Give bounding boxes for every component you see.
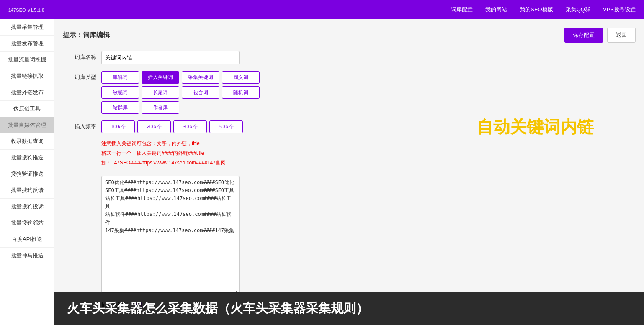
- freq-btn-f500[interactable]: 500/个: [209, 120, 243, 133]
- type-btn-sensitive[interactable]: 敏感词: [101, 86, 139, 99]
- nav-item-qq[interactable]: 采集QQ群: [566, 6, 590, 13]
- type-btn-contain[interactable]: 包含词: [182, 86, 219, 99]
- type-label: 词库类型: [63, 71, 96, 81]
- hint-prefix: 提示：: [63, 31, 83, 38]
- main-content: 提示：词库编辑 保存配置 返回 词库名称 词库类型 库解词插入关键词采集关键词同…: [54, 19, 644, 325]
- back-button[interactable]: 返回: [607, 28, 636, 43]
- freq-btn-f200[interactable]: 200/个: [137, 120, 171, 133]
- nav-item-ciku[interactable]: 词库配置: [451, 6, 473, 13]
- name-label: 词库名称: [63, 51, 96, 61]
- type-content: 库解词插入关键词采集关键词同义词敏感词长尾词包含词随机词站群库作者库: [101, 71, 636, 114]
- name-input[interactable]: [101, 51, 240, 64]
- sidebar-item-sogou_ls[interactable]: 批量搜狗邻站: [0, 215, 54, 231]
- banner-overlay: 火车头采集器怎么采集数据（火车头采集器采集规则）: [54, 292, 644, 325]
- sidebar-item-shenma[interactable]: 批量神马推送: [0, 248, 54, 264]
- top-nav: 词库配置我的网站我的SEO模版采集QQ群VPS拨号设置: [451, 6, 636, 13]
- layout: 批量采集管理批量发布管理批量流量词挖掘批量链接抓取批量外链发布伪原创工具批量自媒…: [0, 19, 644, 325]
- freq-row: 插入频率 100/个200/个300/个500/个: [63, 120, 636, 133]
- sidebar-item-sogou_ts[interactable]: 批量搜狗投诉: [0, 199, 54, 215]
- textarea-spacer: [63, 176, 96, 178]
- type-btn-collect_kw[interactable]: 采集关键词: [182, 71, 219, 84]
- sidebar: 批量采集管理批量发布管理批量流量词挖掘批量链接抓取批量外链发布伪原创工具批量自媒…: [0, 19, 54, 325]
- banner-text: 火车头采集器怎么采集数据（火车头采集器采集规则）: [67, 300, 368, 317]
- sidebar-item-traffic[interactable]: 批量流量词挖掘: [0, 52, 54, 68]
- freq-btn-f300[interactable]: 300/个: [173, 120, 207, 133]
- name-content: [101, 51, 636, 64]
- sidebar-item-index[interactable]: 收录数据查询: [0, 133, 54, 150]
- save-button[interactable]: 保存配置: [564, 28, 603, 43]
- hint-content: 注意插入关键词可包含：文字，内外链，title 格式一行一个：插入关键词####…: [101, 140, 636, 169]
- nav-item-vps[interactable]: VPS拨号设置: [603, 6, 636, 13]
- logo: 147SEO v1.5.1.0: [8, 6, 44, 13]
- sidebar-item-collect[interactable]: 批量采集管理: [0, 19, 54, 36]
- textarea-row: SEO优化####https://www.147seo.com####SEO优化…: [63, 176, 636, 294]
- type-row: 词库类型 库解词插入关键词采集关键词同义词敏感词长尾词包含词随机词站群库作者库: [63, 71, 636, 114]
- type-btn-longtail[interactable]: 长尾词: [142, 86, 179, 99]
- sidebar-item-outlink[interactable]: 批量外链发布: [0, 84, 54, 101]
- freq-label: 插入频率: [63, 120, 96, 131]
- sidebar-item-sogou_fb[interactable]: 批量搜狗反馈: [0, 182, 54, 199]
- hint-row: 注意插入关键词可包含：文字，内外链，title 格式一行一个：插入关键词####…: [63, 140, 636, 169]
- type-btn-author[interactable]: 作者库: [142, 101, 179, 114]
- sidebar-item-link[interactable]: 批量链接抓取: [0, 68, 54, 84]
- hint-line-1: 注意插入关键词可包含：文字，内外链，title: [101, 140, 636, 148]
- header: 147SEO v1.5.1.0 词库配置我的网站我的SEO模版采集QQ群VPS拨…: [0, 0, 644, 19]
- type-btn-synonym[interactable]: 同义词: [222, 71, 260, 84]
- sidebar-item-sogou_push[interactable]: 批量搜狗推送: [0, 150, 54, 166]
- textarea-content: SEO优化####https://www.147seo.com####SEO优化…: [101, 176, 636, 294]
- type-btn-insert_kw[interactable]: 插入关键词: [142, 71, 179, 84]
- hint-line-2: 格式一行一个：插入关键词####内外链###title: [101, 149, 636, 157]
- logo-text: 147SEO: [8, 8, 26, 13]
- header-actions: 保存配置 返回: [564, 28, 636, 43]
- hint-line-3: 如：147SEO####https://www.147seo.com####14…: [101, 159, 636, 167]
- sidebar-item-baidu[interactable]: 百度API推送: [0, 231, 54, 248]
- type-btn-random[interactable]: 随机词: [222, 86, 260, 99]
- keyword-textarea[interactable]: SEO优化####https://www.147seo.com####SEO优化…: [101, 176, 240, 293]
- page-title: 提示：词库编辑: [63, 31, 110, 40]
- hint-title: 词库编辑: [83, 31, 110, 38]
- sidebar-item-rewrite[interactable]: 伪原创工具: [0, 101, 54, 117]
- page-header: 提示：词库编辑 保存配置 返回: [63, 28, 636, 43]
- hint-spacer: [63, 140, 96, 142]
- freq-row-inner: 100/个200/个300/个500/个: [101, 120, 636, 133]
- type-grid: 库解词插入关键词采集关键词同义词敏感词长尾词包含词随机词站群库作者库: [101, 71, 636, 114]
- freq-btn-f100[interactable]: 100/个: [101, 120, 135, 133]
- sidebar-item-sogou_verify[interactable]: 搜狗验证推送: [0, 166, 54, 182]
- nav-item-seo[interactable]: 我的SEO模版: [520, 6, 553, 13]
- textarea-wrapper: SEO优化####https://www.147seo.com####SEO优化…: [101, 176, 636, 294]
- type-btn-wangzhan[interactable]: 站群库: [101, 101, 139, 114]
- name-row: 词库名称: [63, 51, 636, 64]
- sidebar-item-media: 批量自媒体管理: [0, 117, 54, 133]
- freq-content: 100/个200/个300/个500/个: [101, 120, 636, 133]
- sidebar-item-publish[interactable]: 批量发布管理: [0, 36, 54, 52]
- type-btn-kujie[interactable]: 库解词: [101, 71, 139, 84]
- nav-item-site[interactable]: 我的网站: [485, 6, 507, 13]
- version-text: v1.5.1.0: [28, 8, 44, 13]
